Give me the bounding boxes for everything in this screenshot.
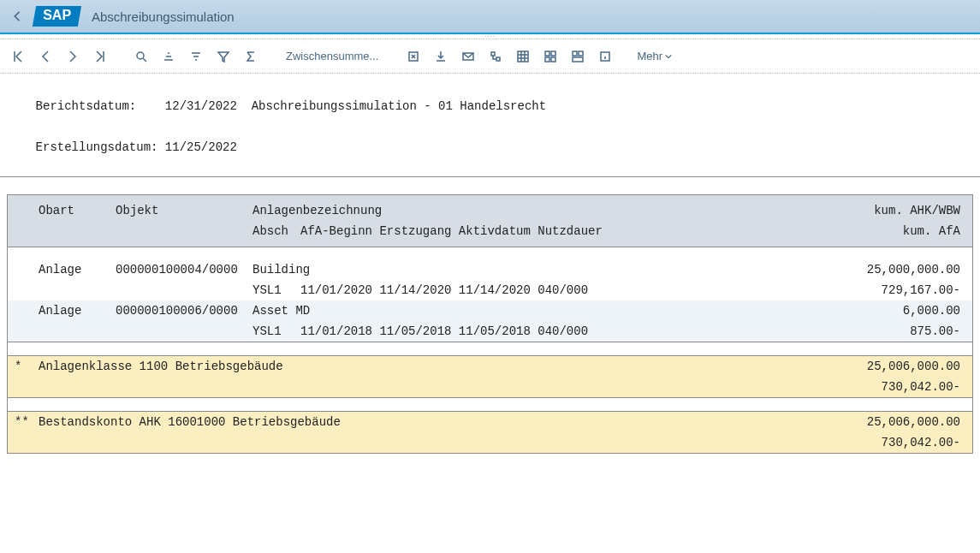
hierarchy-icon[interactable] <box>486 47 505 66</box>
report-header: Berichtsdatum: 12/31/2022 Abschreibungss… <box>0 74 980 177</box>
more-label: Mehr <box>637 50 662 62</box>
prev-page-button[interactable] <box>36 47 55 66</box>
col-obart: Obart <box>39 204 116 217</box>
table-row[interactable]: Anlage 000000100004/0000 Building 25,000… <box>8 259 972 280</box>
more-button[interactable]: Mehr <box>637 50 673 62</box>
report-table: Obart Objekt Anlagenbezeichnung kum. AHK… <box>7 194 973 454</box>
sum-icon[interactable] <box>241 47 260 66</box>
table-row[interactable]: YSL111/01/2018 11/05/2018 11/05/2018 040… <box>8 321 972 342</box>
first-page-button[interactable] <box>9 47 27 66</box>
col-val2: kum. AfA <box>835 224 972 238</box>
table-header: Obart Objekt Anlagenbezeichnung kum. AHK… <box>8 195 972 247</box>
last-page-button[interactable] <box>91 47 110 66</box>
report-date-value: 12/31/2022 <box>165 99 237 113</box>
col-desc: Anlagenbezeichnung <box>252 204 835 217</box>
sort-desc-icon[interactable] <box>187 47 205 66</box>
back-button[interactable] <box>7 6 27 27</box>
report-date-label: Berichtsdatum: <box>36 99 165 113</box>
col-val1: kum. AHK/WBW <box>835 204 972 217</box>
page-title: Abschreibungssimulation <box>92 9 235 24</box>
svg-rect-4 <box>545 51 549 56</box>
download-icon[interactable] <box>431 47 450 66</box>
report-title: Abschreibungssimulation - 01 Handelsrech… <box>252 99 546 113</box>
grid-icon[interactable] <box>514 47 532 66</box>
title-bar: SAP Abschreibungssimulation <box>0 0 980 34</box>
sort-asc-icon[interactable] <box>159 47 178 66</box>
next-page-button[interactable] <box>63 47 82 66</box>
search-icon[interactable] <box>132 47 151 66</box>
sap-logo: SAP <box>33 6 81 27</box>
svg-rect-8 <box>573 51 577 56</box>
creation-date-label: Erstellungsdatum: <box>36 140 158 154</box>
summary-row[interactable]: ** Bestandskonto AHK 16001000 Betriebsge… <box>8 411 972 453</box>
svg-point-0 <box>137 52 144 59</box>
layout-save-icon[interactable] <box>568 47 587 66</box>
summary-row[interactable]: * Anlagenklasse 1100 Betriebsgebäude 25,… <box>8 355 972 397</box>
svg-rect-5 <box>551 51 555 56</box>
svg-rect-6 <box>545 57 549 62</box>
subtotal-button[interactable]: Zwischensumme... <box>282 50 382 62</box>
mail-icon[interactable] <box>459 47 478 66</box>
toolbar: Zwischensumme... Mehr <box>0 39 980 74</box>
info-icon[interactable] <box>596 47 615 66</box>
col-objekt: Objekt <box>116 204 252 217</box>
layout-icon[interactable] <box>541 47 560 66</box>
svg-rect-9 <box>579 51 583 56</box>
svg-rect-7 <box>551 57 555 62</box>
col-subheaders: AbschAfA-Beginn Erstzugang Aktivdatum Nu… <box>252 224 835 238</box>
table-row[interactable]: Anlage 000000100006/0000 Asset MD 6,000.… <box>8 300 972 321</box>
table-row[interactable]: YSL111/01/2020 11/14/2020 11/14/2020 040… <box>8 280 972 300</box>
svg-rect-10 <box>573 57 583 62</box>
svg-rect-3 <box>518 51 528 62</box>
export-icon[interactable] <box>404 47 423 66</box>
creation-date-value: 11/25/2022 <box>165 140 237 154</box>
filter-icon[interactable] <box>214 47 233 66</box>
